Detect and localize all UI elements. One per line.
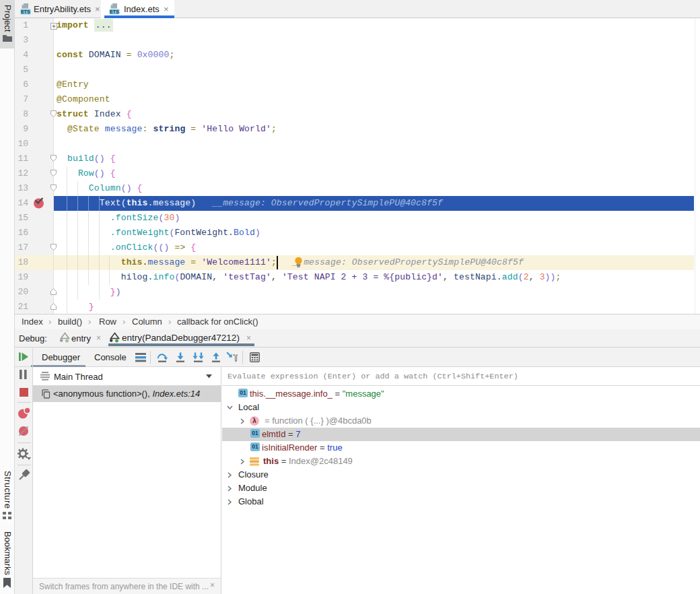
svg-text:ETS: ETS <box>110 9 119 14</box>
svg-text:ETS: ETS <box>21 9 30 14</box>
